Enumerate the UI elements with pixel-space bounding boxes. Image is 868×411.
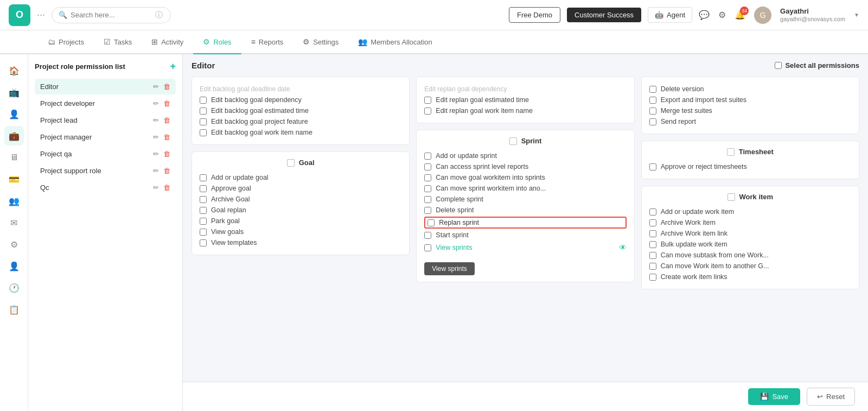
work-item-archive-checkbox[interactable] (649, 219, 656, 226)
role-item-manager[interactable]: Project manager ✏ 🗑 (35, 129, 176, 145)
sprint-reports-checkbox[interactable] (424, 163, 431, 170)
notifications-icon[interactable]: 🔔 34 (735, 10, 745, 20)
sidebar-icon-monitor[interactable]: 🖥 (4, 148, 24, 167)
export-import[interactable]: Export and import test suites (649, 94, 851, 105)
sprint-view[interactable]: View sprints (424, 242, 472, 253)
edit-developer-icon[interactable]: ✏ (153, 99, 159, 108)
backlog-item-4[interactable]: Edit backlog goal work item name (200, 127, 401, 138)
tab-activity[interactable]: ⊞ Activity (142, 30, 193, 54)
send-report-checkbox[interactable] (649, 118, 656, 125)
delete-version-checkbox[interactable] (649, 86, 656, 93)
timesheet-section-checkbox[interactable] (727, 148, 735, 156)
merge-test[interactable]: Merge test suites (649, 105, 851, 116)
work-item-add-checkbox[interactable] (649, 208, 656, 216)
sprint-add-checkbox[interactable] (424, 153, 431, 160)
goal-templates-checkbox[interactable] (200, 239, 207, 246)
work-item-add[interactable]: Add or update work item (649, 206, 851, 217)
sidebar-icon-card[interactable]: 💳 (4, 169, 24, 189)
sidebar-icon-gear[interactable]: ⚙ (4, 235, 24, 254)
sprint-start[interactable]: Start sprint (424, 230, 626, 241)
goal-view[interactable]: View goals (200, 226, 401, 237)
sidebar-icon-clock[interactable]: 🕐 (4, 278, 24, 298)
tab-roles[interactable]: ⚙ Roles (193, 30, 241, 54)
sprint-move-ano[interactable]: Can move sprint workitem into ano... (424, 183, 626, 194)
sprint-add[interactable]: Add or update sprint (424, 150, 626, 161)
work-item-archive-link[interactable]: Archive Work item link (649, 228, 851, 239)
sprint-start-checkbox[interactable] (424, 232, 431, 239)
goal-templates[interactable]: View templates (200, 237, 401, 248)
reset-button[interactable]: ↩ Reset (807, 388, 855, 406)
role-item-qa[interactable]: Project qa ✏ 🗑 (35, 146, 176, 162)
sprint-complete-checkbox[interactable] (424, 196, 431, 203)
edit-lead-icon[interactable]: ✏ (153, 116, 159, 124)
sprint-reports[interactable]: Can access sprint level reports (424, 161, 626, 172)
sprint-delete[interactable]: Delete sprint (424, 205, 626, 216)
send-report[interactable]: Send report (649, 116, 851, 127)
work-item-move-subtask[interactable]: Can move subtask from one Work... (649, 250, 851, 261)
role-item-qc[interactable]: Qc ✏ 🗑 (35, 180, 176, 195)
replan-item-1[interactable]: Edit replan goal estimated time (424, 94, 626, 105)
replan-item-2[interactable]: Edit replan goal work item name (424, 105, 626, 116)
agent-button[interactable]: 🤖 Agent (648, 7, 692, 23)
sidebar-icon-briefcase[interactable]: 💼 (4, 126, 24, 146)
save-button[interactable]: 💾 Save (748, 388, 800, 405)
goal-view-checkbox[interactable] (200, 229, 207, 236)
sprint-replan-checkbox[interactable] (427, 219, 435, 226)
messages-icon[interactable]: 💬 (699, 10, 710, 20)
edit-manager-icon[interactable]: ✏ (153, 133, 159, 141)
backlog-feature-checkbox[interactable] (200, 118, 207, 125)
tab-members-allocation[interactable]: 👥 Members Allocation (348, 30, 442, 54)
role-item-lead[interactable]: Project lead ✏ 🗑 (35, 112, 176, 128)
sidebar-icon-tv[interactable]: 📺 (4, 83, 24, 102)
work-item-bulk[interactable]: Bulk update work item (649, 239, 851, 250)
view-sprints-button[interactable]: View sprints (424, 262, 474, 275)
role-item-developer[interactable]: Project developer ✏ 🗑 (35, 96, 176, 111)
free-demo-button[interactable]: Free Demo (509, 7, 560, 23)
replan-estimated-checkbox[interactable] (424, 97, 431, 104)
export-import-checkbox[interactable] (649, 97, 656, 104)
app-logo[interactable]: O (9, 4, 30, 26)
delete-manager-icon[interactable]: 🗑 (163, 133, 170, 141)
delete-editor-icon[interactable]: 🗑 (163, 83, 170, 91)
select-all-label[interactable]: Select all permissions (775, 61, 859, 69)
delete-developer-icon[interactable]: 🗑 (163, 99, 170, 108)
backlog-item-1[interactable]: Edit backlog goal dependency (200, 94, 401, 105)
eye-icon[interactable]: 👁 (619, 243, 627, 252)
delete-version[interactable]: Delete version (649, 84, 851, 94)
goal-section-checkbox[interactable] (287, 159, 295, 167)
sidebar-icon-doc[interactable]: 📋 (4, 300, 24, 319)
settings-icon[interactable]: ⚙ (718, 10, 726, 20)
delete-lead-icon[interactable]: 🗑 (163, 116, 170, 124)
goal-approve[interactable]: Approve goal (200, 183, 401, 194)
backlog-workitem-checkbox[interactable] (200, 129, 207, 136)
work-item-move-goal[interactable]: Can move Work item to another G... (649, 261, 851, 271)
info-icon[interactable]: ⓘ (155, 10, 163, 20)
add-role-button[interactable]: + (170, 61, 176, 72)
sprint-replan-highlighted[interactable]: Replan sprint (424, 217, 626, 229)
sidebar-icon-mail[interactable]: ✉ (4, 213, 24, 232)
sidebar-icon-home[interactable]: 🏠 (4, 61, 24, 80)
role-item-support[interactable]: Project support role ✏ 🗑 (35, 163, 176, 179)
nav-dots[interactable]: ··· (37, 9, 45, 21)
goal-replan-checkbox[interactable] (200, 207, 207, 214)
merge-test-checkbox[interactable] (649, 108, 656, 115)
sprint-move-goal-checkbox[interactable] (424, 174, 431, 181)
tab-reports[interactable]: ≡ Reports (241, 30, 293, 54)
customer-success-button[interactable]: Customer Success (567, 8, 641, 22)
goal-park[interactable]: Park goal (200, 216, 401, 226)
tab-tasks[interactable]: ☑ Tasks (94, 30, 142, 54)
work-item-move-goal-checkbox[interactable] (649, 263, 656, 270)
sidebar-icon-user[interactable]: 👤 (4, 104, 24, 124)
sprint-move-ano-checkbox[interactable] (424, 185, 431, 192)
goal-archive-checkbox[interactable] (200, 196, 207, 203)
sprint-section-checkbox[interactable] (509, 137, 517, 145)
work-item-links[interactable]: Create work item links (649, 271, 851, 282)
role-item-editor[interactable]: Editor ✏ 🗑 (35, 79, 176, 94)
timesheet-approve-checkbox[interactable] (649, 163, 656, 170)
goal-add[interactable]: Add or update goal (200, 172, 401, 183)
edit-qa-icon[interactable]: ✏ (153, 150, 159, 158)
goal-replan[interactable]: Goal replan (200, 205, 401, 216)
goal-approve-checkbox[interactable] (200, 185, 207, 192)
work-item-bulk-checkbox[interactable] (649, 241, 656, 248)
user-dropdown-arrow[interactable]: ▼ (854, 12, 859, 18)
